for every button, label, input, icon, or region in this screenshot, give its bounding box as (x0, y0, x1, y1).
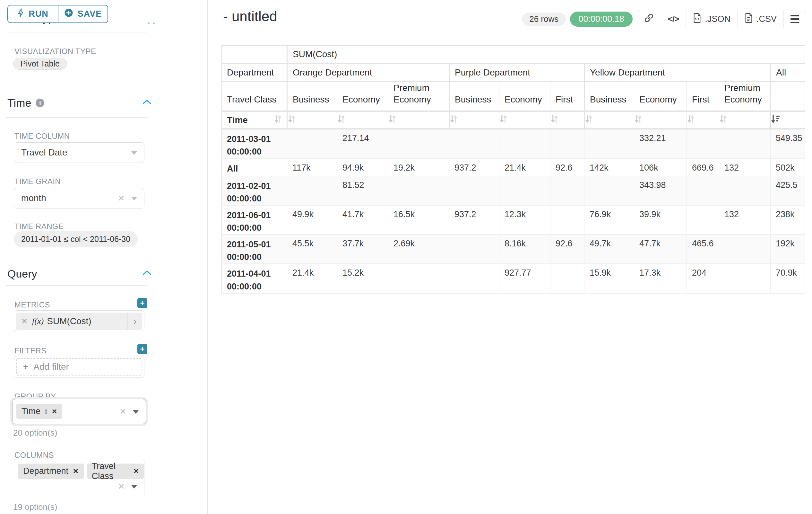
export-csv-label: .CSV (756, 14, 777, 24)
value-cell (687, 205, 719, 235)
sort-cell[interactable] (634, 111, 687, 129)
add-metric-button[interactable]: + (137, 298, 147, 308)
clear-icon[interactable]: ✕ (118, 481, 125, 491)
sort-cell[interactable] (499, 111, 550, 129)
run-button-label: RUN (29, 9, 49, 19)
sort-cell[interactable] (287, 111, 337, 129)
time-range-label: TIME RANGE (14, 222, 63, 231)
value-cell (388, 264, 449, 293)
chevron-down-icon (131, 151, 137, 155)
columns-label: COLUMNS (14, 451, 54, 460)
controls-panel: Chart Type RUN SAVE VISUALIZATION TYPE P… (0, 0, 208, 514)
value-cell (550, 129, 584, 158)
row-label: 2011-03-01 00:00:00 (222, 129, 287, 158)
group-by-select[interactable]: Time i ✕ ✕ (12, 399, 146, 424)
columns-chip-department[interactable]: Department ✕ (18, 464, 84, 479)
value-cell: 39.9k (634, 205, 687, 235)
add-filter-plus-button[interactable]: + (137, 344, 147, 354)
table-row: 2011-02-01 00:00:0081.52343.98425.5 (222, 176, 805, 205)
time-range-pill[interactable]: 2011-01-01 ≤ col < 2011-06-30 (14, 231, 138, 247)
sort-cell[interactable] (687, 111, 719, 129)
sort-cell[interactable] (449, 111, 499, 129)
value-cell: 19.2k (388, 159, 449, 176)
value-cell (550, 264, 584, 293)
department-dim-label: Department (222, 63, 287, 82)
time-grain-value: month (21, 193, 46, 204)
col-header: First (550, 82, 584, 111)
col-header: First (687, 82, 719, 111)
chevron-up-icon[interactable] (142, 99, 152, 106)
sort-cell[interactable] (388, 111, 449, 129)
value-cell: 132 (719, 159, 771, 176)
value-cell: 49.7k (584, 235, 634, 264)
chevron-down-icon (131, 485, 137, 489)
file-text-icon (744, 12, 753, 26)
value-cell (550, 176, 584, 205)
group-header-purple: Purple Department (449, 63, 584, 82)
sort-cell[interactable] (337, 111, 388, 129)
columns-options-hint: 19 option(s) (13, 502, 57, 512)
filters-label: FILTERS (14, 346, 47, 355)
chevron-down-icon (133, 410, 139, 414)
pivot-table-container: SUM(Cost) Department Orange Department P… (222, 45, 805, 294)
value-cell: 343.98 (634, 176, 687, 205)
view-query-button[interactable]: </> (661, 10, 686, 28)
clear-icon[interactable]: ✕ (118, 193, 125, 204)
value-cell: 15.2k (337, 264, 388, 293)
sort-cell[interactable] (771, 111, 805, 129)
share-link-button[interactable] (637, 10, 661, 28)
remove-chip-icon[interactable]: ✕ (52, 408, 57, 415)
viz-type-label: VISUALIZATION TYPE (14, 47, 96, 56)
remove-chip-icon[interactable]: ✕ (133, 467, 139, 475)
pivot-body: 2011-03-01 00:00:00217.14332.21549.35All… (222, 129, 805, 293)
panel-resize-handle-dot[interactable] (153, 23, 155, 24)
add-filter-label: Add filter (33, 362, 69, 372)
columns-chip-travel-class[interactable]: Travel Class ✕ (87, 464, 144, 479)
columns-select[interactable]: Department ✕ Travel Class ✕ ✕ (14, 459, 144, 497)
viz-type-pill[interactable]: Pivot Table (13, 58, 67, 70)
time-grain-select[interactable]: month ✕ (14, 188, 144, 209)
run-save-button-group: RUN SAVE (7, 5, 108, 23)
save-button-label: SAVE (78, 9, 102, 19)
plus-circle-icon (64, 8, 73, 20)
value-cell: 332.21 (634, 129, 687, 158)
group-by-chip-time[interactable]: Time i ✕ (17, 404, 62, 419)
link-icon (644, 13, 654, 25)
chevron-right-icon[interactable]: › (127, 313, 142, 330)
save-button[interactable]: SAVE (58, 5, 108, 23)
value-cell (388, 176, 449, 205)
value-cell (719, 176, 771, 205)
clear-icon[interactable]: ✕ (119, 407, 126, 417)
panel-resize-handle-dot[interactable] (148, 23, 150, 24)
metric-chip[interactable]: ✕ f(x) SUM(Cost) › (16, 313, 142, 330)
sort-cell[interactable] (584, 111, 634, 129)
add-filter-button[interactable]: + Add filter (16, 358, 142, 376)
travel-class-header-row: Travel Class Business Economy Premium Ec… (222, 82, 805, 111)
export-csv-button[interactable]: .CSV (737, 10, 783, 28)
value-cell: 49.9k (287, 205, 337, 235)
info-icon: i (36, 99, 44, 107)
time-column-select[interactable]: Travel Date (14, 142, 144, 163)
export-json-button[interactable]: .JSON (686, 10, 737, 28)
value-cell: 502k (771, 159, 805, 176)
remove-chip-icon[interactable]: ✕ (73, 467, 79, 475)
query-timer-badge: 00:00:00.18 (570, 11, 633, 27)
group-header-all: All (771, 63, 805, 82)
chevron-up-icon[interactable] (142, 270, 152, 277)
corner-cell (222, 46, 287, 63)
sort-cell[interactable] (550, 111, 584, 129)
sort-row: Time (222, 111, 805, 129)
value-cell: 549.35 (771, 129, 805, 158)
menu-button[interactable] (783, 10, 806, 28)
sort-cell[interactable] (719, 111, 771, 129)
sort-cell-time[interactable]: Time (222, 111, 287, 129)
remove-metric-icon[interactable]: ✕ (16, 317, 32, 326)
value-cell: 47.7k (634, 235, 687, 264)
value-cell: 937.2 (449, 159, 499, 176)
metrics-container: ✕ f(x) SUM(Cost) › (14, 310, 144, 332)
section-divider (6, 117, 147, 118)
run-button[interactable]: RUN (8, 5, 58, 23)
value-cell: 106k (634, 159, 687, 176)
metric-label: SUM(Cost) (47, 316, 127, 326)
query-section-header: Query (7, 268, 147, 280)
